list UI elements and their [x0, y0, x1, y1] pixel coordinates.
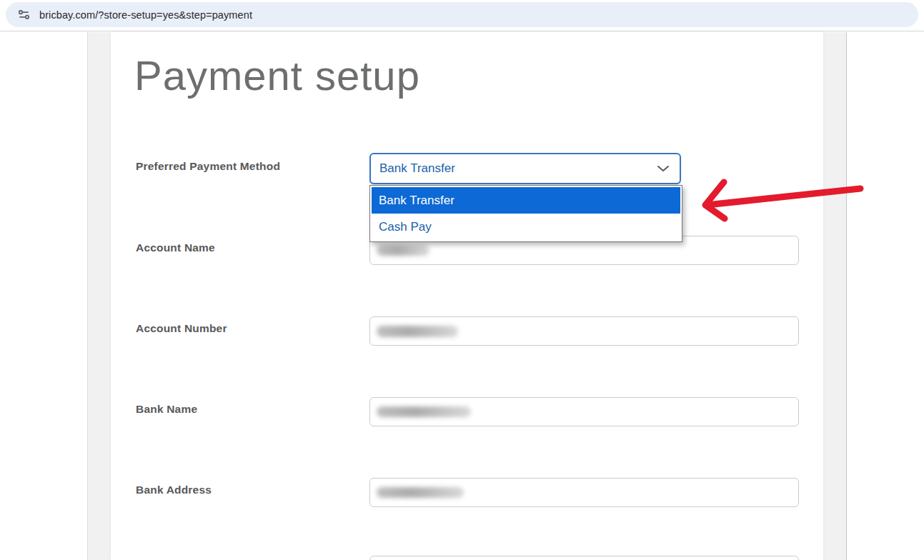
payment-method-select[interactable]: Bank Transfer: [369, 153, 681, 184]
next-field-input-partial[interactable]: [369, 556, 799, 560]
account-number-input[interactable]: [369, 316, 799, 346]
browser-window: bricbay.com/?store-setup=yes&step=paymen…: [0, 0, 924, 560]
dropdown-option-bank-transfer[interactable]: Bank Transfer: [372, 187, 680, 214]
bank-address-input[interactable]: [369, 478, 799, 507]
browser-address-bar: bricbay.com/?store-setup=yes&step=paymen…: [0, 0, 924, 31]
account-name-label: Account Name: [136, 241, 215, 254]
payment-method-selected-value: Bank Transfer: [379, 161, 455, 176]
bank-name-label: Bank Name: [136, 403, 197, 416]
redacted-value-blur: [377, 245, 429, 256]
redacted-value-blur: [377, 326, 458, 337]
payment-method-dropdown: Bank Transfer Cash Pay: [369, 185, 682, 242]
site-settings-tune-icon[interactable]: [17, 8, 31, 21]
chevron-down-icon: [657, 164, 670, 173]
url-bar[interactable]: bricbay.com/?store-setup=yes&step=paymen…: [6, 2, 918, 27]
payment-method-label: Preferred Payment Method: [136, 160, 280, 173]
dropdown-option-cash-pay[interactable]: Cash Pay: [372, 214, 680, 240]
redacted-value-blur: [377, 406, 471, 417]
redacted-value-blur: [377, 487, 464, 498]
bank-address-label: Bank Address: [136, 484, 212, 496]
page-title: Payment setup: [134, 51, 420, 99]
url-text[interactable]: bricbay.com/?store-setup=yes&step=paymen…: [39, 9, 252, 21]
account-number-label: Account Number: [136, 322, 227, 335]
bank-name-input[interactable]: [369, 397, 799, 426]
